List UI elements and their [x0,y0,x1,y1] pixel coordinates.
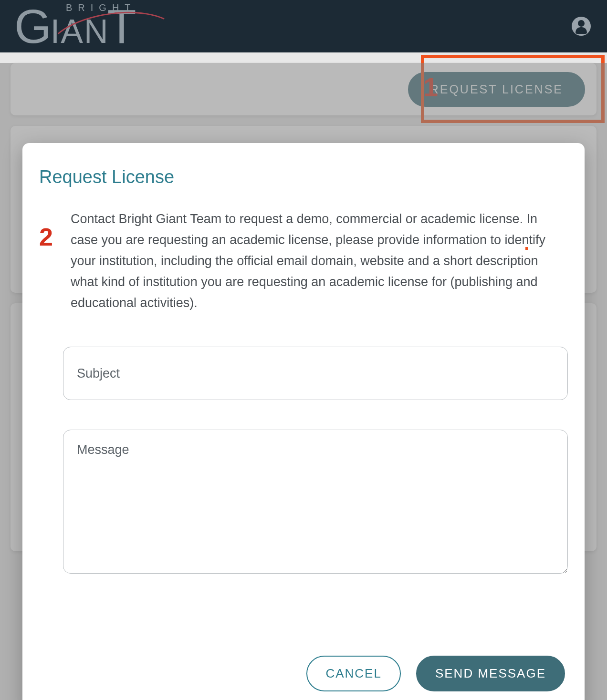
user-avatar-icon[interactable] [572,17,591,36]
annotation-underline [525,247,528,250]
message-textarea[interactable] [63,430,568,574]
modal-description-row: 2 Contact Bright Giant Team to request a… [39,208,568,313]
request-license-modal: Request License 2 Contact Bright Giant T… [22,143,585,700]
modal-title: Request License [39,167,568,187]
page-body: REQUEST LICENSE 1 Request License 2 Cont… [0,63,607,700]
send-message-button[interactable]: SEND MESSAGE [416,656,565,691]
modal-actions: CANCEL SEND MESSAGE [39,627,568,691]
modal-text-pre: Contact Bright Giant Team to request a d… [71,212,526,226]
modal-description-text: Contact Bright Giant Team to request a d… [71,208,568,313]
cancel-button[interactable]: CANCEL [306,656,400,691]
top-navbar: BRIGHT GIANT [0,0,607,52]
brand-big-text: GIANT [14,2,137,55]
subject-input[interactable] [63,347,568,400]
annotation-number-2: 2 [39,223,57,251]
brand-logo[interactable]: BRIGHT GIANT [14,2,153,50]
